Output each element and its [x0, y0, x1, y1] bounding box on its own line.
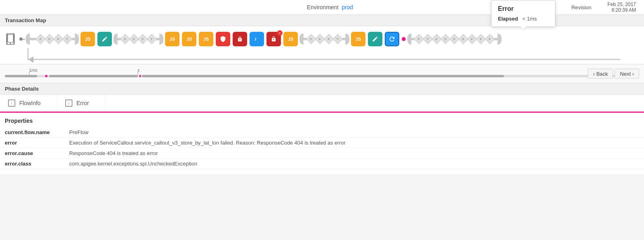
- tab-error-icon: i: [65, 99, 72, 107]
- table-row: error Execution of ServiceCallout servic…: [0, 138, 644, 148]
- timeline-pink-1: [45, 75, 47, 77]
- policy-refresh-1[interactable]: [385, 32, 399, 46]
- properties-section: Properties current.flow.name PreFlow err…: [0, 113, 644, 174]
- timeline-track: [5, 75, 639, 77]
- prop-key-error-cause: error.cause: [0, 148, 64, 159]
- tooltip-elapsed-value: < 1ms: [522, 16, 537, 22]
- edit-icon: [101, 36, 108, 42]
- environment-label: Environment: [307, 4, 339, 10]
- phase-tabs-row: i FlowInfo i Error: [0, 95, 644, 113]
- navigation-buttons: ‹ Back Next ›: [588, 69, 639, 79]
- pipe-segment-1: F F F T: [26, 33, 79, 45]
- environment-info: Environment prod: [307, 4, 353, 10]
- policy-js-5[interactable]: JS: [283, 32, 298, 46]
- policy-js-6[interactable]: JS: [351, 32, 365, 46]
- tooltip-title: Error: [498, 5, 549, 12]
- tooltip-elapsed-label: Elapsed: [498, 16, 518, 22]
- tab-flowinfo-label: FlowInfo: [19, 100, 41, 106]
- environment-value: prod: [342, 4, 353, 10]
- diamond-T1: T: [62, 34, 72, 44]
- svg-rect-1: [8, 35, 13, 42]
- diamond-T2: T: [147, 34, 157, 44]
- revision-label: Revision: [571, 4, 591, 10]
- refresh-icon: [388, 35, 396, 43]
- policy-js-1[interactable]: JS: [80, 32, 95, 46]
- date: Feb 25, 2017: [607, 2, 636, 7]
- policy-edit-1[interactable]: [97, 32, 112, 46]
- pipe-segment-4: F T F F F F F F F: [407, 33, 502, 45]
- edit-icon-2: [372, 36, 378, 42]
- phone-icon: [4, 32, 17, 46]
- pipeline-row: F F F T JS F F F T: [0, 30, 644, 48]
- top-bar: Environment prod Revision Feb 25, 2017 8…: [0, 0, 644, 15]
- pink-indicator-selected[interactable]: [402, 37, 406, 41]
- prop-key-current-flow-name: current.flow.name: [0, 127, 64, 138]
- timeline-gray-3: [142, 75, 504, 77]
- timeline-bar: 1ms ε: [5, 68, 639, 80]
- pipe-segment-2: F F F T: [114, 33, 163, 45]
- tooltip-elapsed: Elapsed < 1ms: [498, 16, 549, 22]
- java-icon-1: J: [254, 35, 260, 43]
- phase-details-title: Phase Details: [5, 86, 39, 92]
- svg-text:J: J: [254, 37, 256, 41]
- back-button[interactable]: ‹ Back: [588, 69, 613, 79]
- lock-icon-2: [271, 35, 277, 43]
- diamond-F17: F: [485, 34, 495, 44]
- diamond-T3: T: [332, 34, 343, 44]
- policy-shield-1[interactable]: [216, 32, 230, 46]
- timeline-section: 1ms ε ‹ Back Next ›: [0, 64, 644, 83]
- prop-val-current-flow-name: PreFlow: [64, 127, 644, 138]
- policy-js-4[interactable]: JS: [199, 32, 213, 46]
- policy-edit-2[interactable]: [368, 32, 382, 46]
- prop-val-error-class: com.apigee.kernel.exceptions.spi.Uncheck…: [64, 159, 644, 169]
- shield-icon-1: [220, 35, 226, 43]
- policy-js-3[interactable]: JS: [182, 32, 196, 46]
- timeline-gray-2: [49, 75, 138, 77]
- policy-lock-2[interactable]: !: [266, 32, 281, 46]
- timeline-pink-2: [139, 75, 141, 77]
- tab-flowinfo-icon: i: [8, 99, 15, 107]
- timeline-gray-1: [5, 75, 37, 77]
- revision-area: Revision: [571, 4, 591, 10]
- return-arrow-row: [0, 48, 644, 62]
- policy-lock-1[interactable]: [233, 32, 247, 46]
- pipe-segment-3: F F F T: [299, 33, 349, 45]
- tab-flowinfo[interactable]: i FlowInfo: [0, 95, 57, 112]
- prop-val-error-cause: ResponseCode 404 is treated as error: [64, 148, 644, 159]
- transaction-map-area: F F F T JS F F F T: [0, 26, 644, 64]
- tab-error-label: Error: [76, 100, 89, 106]
- timeline-label-1ms: 1ms: [29, 68, 37, 72]
- error-badge: !: [277, 30, 283, 36]
- transaction-map-title: Transaction Map: [5, 17, 46, 23]
- svg-point-2: [10, 43, 11, 44]
- properties-table: current.flow.name PreFlow error Executio…: [0, 127, 644, 169]
- table-row: error.cause ResponseCode 404 is treated …: [0, 148, 644, 159]
- phase-details-header: Phase Details: [0, 83, 644, 95]
- tab-error[interactable]: i Error: [57, 95, 105, 112]
- prop-key-error-class: error.class: [0, 159, 64, 169]
- tooltip-arrow-inner: [520, 27, 526, 29]
- table-row: error.class com.apigee.kernel.exceptions…: [0, 159, 644, 169]
- policy-js-2[interactable]: JS: [165, 32, 180, 46]
- policy-java-1[interactable]: J: [250, 32, 264, 46]
- next-button[interactable]: Next ›: [615, 69, 639, 79]
- prop-key-error: error: [0, 138, 64, 148]
- timestamp: Feb 25, 2017 8:20:39 AM: [607, 2, 636, 13]
- table-row: current.flow.name PreFlow: [0, 127, 644, 138]
- prop-val-error: Execution of ServiceCallout service_call…: [64, 138, 644, 148]
- lock-icon-1: [237, 35, 243, 43]
- time: 8:20:39 AM: [607, 7, 636, 13]
- properties-title: Properties: [0, 118, 644, 127]
- connector-start: [19, 37, 25, 41]
- error-tooltip: Error Elapsed < 1ms: [491, 0, 555, 27]
